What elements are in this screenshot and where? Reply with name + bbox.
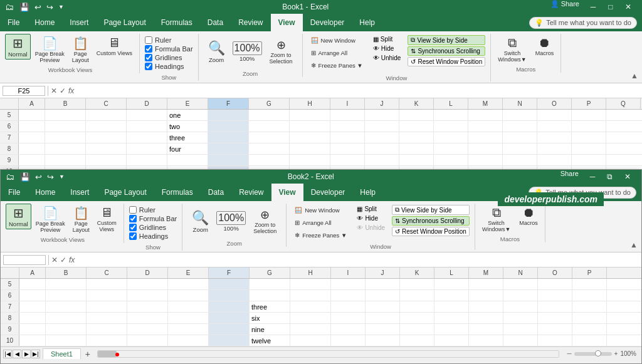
tab-home-1[interactable]: Home	[27, 14, 62, 31]
cell-g10-2[interactable]: twelve	[250, 335, 290, 346]
btn-split-1[interactable]: ▦ Split	[371, 35, 403, 43]
fx-icon-1[interactable]: fx	[68, 86, 74, 95]
btn-new-window-2[interactable]: 🪟 New Window	[292, 205, 350, 216]
btn-zoom-100-2[interactable]: 100% 100%	[213, 209, 249, 234]
add-sheet-btn-2[interactable]: +	[81, 348, 95, 360]
sheet-nav-first-2[interactable]: |◀	[3, 350, 12, 358]
cell-o5-1[interactable]	[537, 110, 572, 120]
cb-formula-bar-1[interactable]: Formula Bar	[145, 45, 193, 53]
btn-switch-windows-2[interactable]: ⧉ SwitchWindows▼	[479, 204, 513, 234]
sheet-nav-next-2[interactable]: ▶	[22, 350, 31, 358]
qat-save-2[interactable]: 💾	[18, 172, 32, 182]
tab-insert-1[interactable]: Insert	[62, 14, 96, 31]
btn-zoom-to-sel-2[interactable]: ⊕ Zoom toSelection	[250, 206, 280, 236]
cell-h5-1[interactable]	[290, 110, 330, 120]
tab-formulas-1[interactable]: Formulas	[154, 14, 200, 31]
zoom-in-btn-2[interactable]: +	[614, 350, 618, 357]
cell-k5-1[interactable]	[399, 110, 434, 120]
btn-view-side-2[interactable]: ⧉ View Side by Side	[392, 205, 470, 215]
formula-input-2[interactable]	[77, 256, 639, 264]
btn-arrange-2[interactable]: ⊞ Arrange All	[292, 217, 350, 228]
cell-g9-2[interactable]: nine	[250, 324, 290, 335]
sheet-tab-2[interactable]: Sheet1	[43, 348, 81, 359]
name-box-1[interactable]	[3, 86, 45, 96]
cell-e5-1[interactable]: one	[167, 110, 208, 120]
btn-switch-windows-1[interactable]: ⧉ SwitchWindows▼	[495, 34, 529, 65]
qat-redo[interactable]: ↪	[45, 2, 55, 13]
tab-view-2[interactable]: View	[271, 184, 303, 201]
btn-normal-2[interactable]: ⊞ Normal	[6, 204, 31, 229]
cell-c5-1[interactable]	[86, 110, 127, 120]
cb-gridlines-1[interactable]: Gridlines	[145, 54, 193, 61]
profile-btn-2[interactable]: Share	[555, 170, 584, 184]
cell-g5-2[interactable]	[250, 279, 290, 289]
cell-e7-1[interactable]: three	[167, 132, 208, 143]
cell-p5-1[interactable]	[572, 110, 606, 120]
cell-n5-1[interactable]	[503, 110, 537, 120]
tab-review-2[interactable]: Review	[231, 184, 271, 201]
tab-view-1[interactable]: View	[271, 14, 303, 31]
tab-data-1[interactable]: Data	[200, 14, 231, 31]
btn-page-break-1[interactable]: 📄 Page BreakPreview	[32, 34, 68, 65]
qat-dropdown[interactable]: ▼	[56, 3, 66, 11]
tab-pagelayout-2[interactable]: Page Layout	[97, 184, 154, 201]
qat-save[interactable]: 💾	[18, 2, 31, 13]
btn-freeze-2[interactable]: ❄ Freeze Panes ▼	[292, 230, 350, 241]
tab-file-2[interactable]: File	[1, 184, 28, 201]
tab-file-1[interactable]: File	[0, 14, 27, 31]
minimize-btn-1[interactable]: ─	[584, 0, 602, 14]
confirm-icon-1[interactable]: ✓	[60, 86, 66, 95]
btn-hide-1[interactable]: 👁 Hide	[371, 44, 403, 53]
formula-input-1[interactable]	[76, 87, 639, 95]
tab-developer-1[interactable]: Developer	[303, 14, 352, 31]
cb-headings-2[interactable]: Headings	[129, 232, 177, 240]
fx-icon-2[interactable]: fx	[69, 256, 75, 264]
cell-i5-1[interactable]	[330, 110, 365, 120]
profile-btn[interactable]: 👤 Share	[545, 0, 584, 14]
cell-b5-1[interactable]	[45, 110, 86, 120]
tab-help-1[interactable]: Help	[352, 14, 382, 31]
btn-sync-scroll-1[interactable]: ⇅ Synchronous Scrolling	[408, 46, 485, 56]
tab-home-2[interactable]: Home	[28, 184, 63, 201]
qat-dropdown-2[interactable]: ▼	[57, 173, 66, 180]
name-box-2[interactable]	[3, 255, 46, 265]
cell-m5-1[interactable]	[468, 110, 503, 120]
btn-reset-pos-2[interactable]: ↺ Reset Window Position	[392, 227, 470, 236]
tab-formulas-2[interactable]: Formulas	[154, 184, 201, 201]
cell-a5-1[interactable]	[19, 110, 45, 120]
cancel-icon-1[interactable]: ✕	[51, 86, 57, 95]
tab-developer-2[interactable]: Developer	[303, 184, 353, 201]
cb-ruler-1[interactable]: Ruler	[145, 36, 193, 44]
btn-macros-1[interactable]: ⏺ Macros	[532, 34, 557, 65]
btn-freeze-1[interactable]: ❄ Freeze Panes ▼	[308, 60, 366, 71]
btn-zoom-2[interactable]: 🔍 Zoom	[189, 208, 212, 235]
tab-pagelayout-1[interactable]: Page Layout	[96, 14, 153, 31]
tab-review-1[interactable]: Review	[231, 14, 270, 31]
tell-me-1[interactable]: 💡 Tell me what you want to do	[529, 17, 637, 29]
zoom-out-btn-2[interactable]: ─	[567, 350, 571, 357]
btn-zoom-100-1[interactable]: 100% 100%	[229, 39, 265, 64]
btn-hide-2[interactable]: 👁 Hide	[355, 214, 387, 222]
btn-zoom-1[interactable]: 🔍 Zoom	[205, 38, 228, 65]
btn-custom-views-2[interactable]: 🖥 CustomViews	[94, 204, 120, 234]
cell-e8-1[interactable]: four	[167, 143, 208, 154]
confirm-icon-2[interactable]: ✓	[60, 256, 66, 264]
btn-split-2[interactable]: ▦ Split	[355, 205, 387, 213]
sheet-nav-last-2[interactable]: ▶|	[31, 350, 40, 358]
btn-unhide-2[interactable]: 👁 Unhide	[355, 224, 387, 232]
btn-view-side-1[interactable]: ⧉ View Side by Side	[408, 35, 485, 45]
btn-macros-2[interactable]: ⏺ Macros	[516, 204, 541, 234]
qat-redo-2[interactable]: ↪	[45, 172, 56, 182]
restore-btn-2[interactable]: ⧉	[601, 170, 619, 184]
btn-zoom-to-sel-1[interactable]: ⊕ Zoom toSelection	[266, 36, 296, 66]
cell-j5-1[interactable]	[365, 110, 399, 120]
cell-g5-1[interactable]	[249, 110, 290, 120]
qat-undo-2[interactable]: ↩	[33, 172, 44, 182]
sheet-nav-prev-2[interactable]: ◀	[13, 350, 21, 358]
tab-data-2[interactable]: Data	[201, 184, 231, 201]
btn-unhide-1[interactable]: 👁 Unhide	[371, 54, 403, 62]
btn-reset-pos-1[interactable]: ↺ Reset Window Position	[408, 57, 485, 66]
cell-d5-1[interactable]	[127, 110, 167, 120]
cb-formula-bar-2[interactable]: Formula Bar	[129, 215, 177, 222]
close-btn-1[interactable]: ✕	[619, 0, 637, 14]
